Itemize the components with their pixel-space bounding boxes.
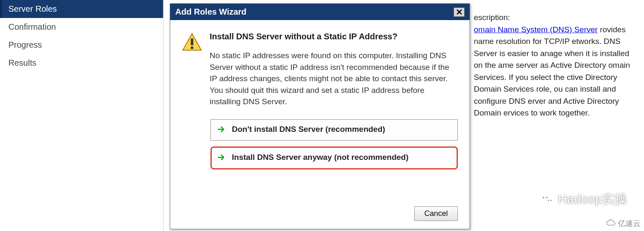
description-body: rovides name resolution for TCP/IP etwor… xyxy=(474,25,630,118)
wizard-sidebar: Server Roles Confirmation Progress Resul… xyxy=(0,0,164,231)
svg-point-4 xyxy=(546,198,553,204)
sidebar-item-label: Progress xyxy=(8,40,42,49)
sidebar-item-label: Results xyxy=(8,58,36,67)
choice-list: Don't install DNS Server (recommended) I… xyxy=(210,119,458,169)
dialog-message: No static IP addresses were found on thi… xyxy=(210,50,457,108)
watermark-secondary: 亿速云 xyxy=(606,218,641,228)
add-roles-wizard-dialog: Add Roles Wizard ✕ Install DNS Server wi… xyxy=(170,3,470,229)
cancel-button[interactable]: Cancel xyxy=(414,206,458,221)
arrow-right-icon xyxy=(217,152,226,164)
svg-rect-1 xyxy=(191,38,193,45)
close-icon: ✕ xyxy=(456,7,463,17)
dns-server-link[interactable]: omain Name System (DNS) Server xyxy=(474,25,598,34)
sidebar-item-progress[interactable]: Progress xyxy=(0,36,163,54)
cloud-icon xyxy=(606,219,615,228)
watermark-secondary-text: 亿速云 xyxy=(618,218,641,228)
choice-dont-install[interactable]: Don't install DNS Server (recommended) xyxy=(210,119,458,141)
dialog-titlebar[interactable]: Add Roles Wizard ✕ xyxy=(170,4,470,20)
close-button[interactable]: ✕ xyxy=(454,8,465,17)
choice-label: Install DNS Server anyway (not recommend… xyxy=(232,152,408,163)
dialog-body: Install DNS Server without a Static IP A… xyxy=(170,20,470,228)
watermark-text: Hadoop实操 xyxy=(558,191,627,208)
svg-point-5 xyxy=(543,197,544,198)
dialog-heading: Install DNS Server without a Static IP A… xyxy=(210,32,457,41)
description-heading: escription: xyxy=(474,12,631,24)
svg-rect-2 xyxy=(191,46,193,49)
sidebar-item-confirmation[interactable]: Confirmation xyxy=(0,18,163,36)
dialog-title-text: Add Roles Wizard xyxy=(175,7,247,17)
sidebar-item-label: Confirmation xyxy=(8,22,56,31)
dialog-footer: Cancel xyxy=(414,206,458,221)
warning-icon xyxy=(182,32,202,108)
watermark-primary: Hadoop实操 xyxy=(540,191,627,208)
sidebar-item-results[interactable]: Results xyxy=(0,54,163,72)
svg-point-6 xyxy=(546,197,548,198)
svg-point-8 xyxy=(551,200,552,201)
arrow-right-icon xyxy=(217,124,226,136)
choice-label: Don't install DNS Server (recommended) xyxy=(232,124,385,135)
choice-install-anyway[interactable]: Install DNS Server anyway (not recommend… xyxy=(210,146,458,169)
svg-point-7 xyxy=(548,200,549,201)
sidebar-item-server-roles[interactable]: Server Roles xyxy=(0,0,163,18)
wechat-icon xyxy=(540,192,555,207)
sidebar-item-label: Server Roles xyxy=(8,4,57,13)
